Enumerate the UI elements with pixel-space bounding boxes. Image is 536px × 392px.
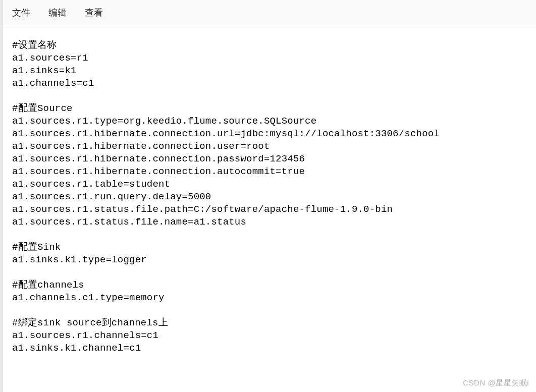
menubar: 文件 编辑 查看 [0,0,536,25]
text-editor-area[interactable]: #设置名称 a1.sources=r1 a1.sinks=k1 a1.chann… [0,25,536,355]
window-left-border [0,0,3,392]
menu-file[interactable]: 文件 [12,7,30,19]
menu-edit[interactable]: 编辑 [48,7,67,19]
menu-view[interactable]: 查看 [85,7,103,19]
watermark-text: CSDN @星星失眠i [463,378,529,388]
